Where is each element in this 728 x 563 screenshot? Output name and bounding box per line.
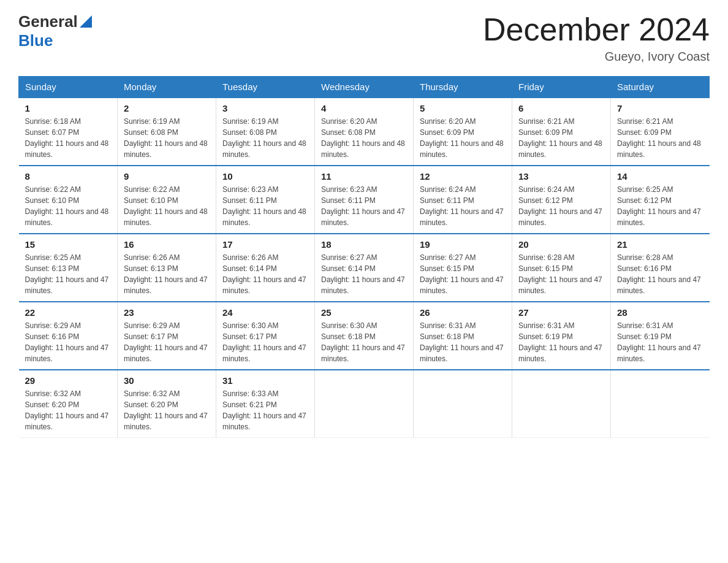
calendar-cell: 24 Sunrise: 6:30 AM Sunset: 6:17 PM Dayl… [216, 302, 315, 370]
calendar-cell [414, 370, 512, 438]
day-number: 5 [420, 103, 506, 113]
calendar-cell: 29 Sunrise: 6:32 AM Sunset: 6:20 PM Dayl… [19, 370, 118, 438]
calendar-cell: 3 Sunrise: 6:19 AM Sunset: 6:08 PM Dayli… [216, 98, 315, 166]
calendar-cell [611, 370, 710, 438]
day-info: Sunrise: 6:27 AM Sunset: 6:14 PM Dayligh… [321, 252, 407, 296]
day-info: Sunrise: 6:32 AM Sunset: 6:20 PM Dayligh… [124, 388, 210, 432]
calendar-week-row: 22 Sunrise: 6:29 AM Sunset: 6:16 PM Dayl… [19, 302, 710, 370]
day-info: Sunrise: 6:23 AM Sunset: 6:11 PM Dayligh… [222, 184, 308, 228]
location-text: Gueyo, Ivory Coast [483, 50, 710, 64]
day-number: 14 [617, 171, 703, 182]
day-info: Sunrise: 6:21 AM Sunset: 6:09 PM Dayligh… [617, 116, 703, 160]
day-info: Sunrise: 6:22 AM Sunset: 6:10 PM Dayligh… [124, 184, 210, 228]
logo-triangle-icon [80, 14, 92, 28]
calendar-cell: 13 Sunrise: 6:24 AM Sunset: 6:12 PM Dayl… [512, 166, 611, 234]
day-number: 28 [617, 307, 703, 318]
day-number: 10 [222, 171, 308, 182]
calendar-cell: 17 Sunrise: 6:26 AM Sunset: 6:14 PM Dayl… [216, 234, 315, 302]
day-number: 18 [321, 239, 407, 250]
calendar-cell: 30 Sunrise: 6:32 AM Sunset: 6:20 PM Dayl… [118, 370, 216, 438]
calendar-cell: 23 Sunrise: 6:29 AM Sunset: 6:17 PM Dayl… [118, 302, 216, 370]
calendar-cell: 8 Sunrise: 6:22 AM Sunset: 6:10 PM Dayli… [19, 166, 118, 234]
day-number: 11 [321, 171, 407, 182]
col-wednesday: Wednesday [315, 77, 414, 98]
col-saturday: Saturday [611, 77, 710, 98]
calendar-week-row: 29 Sunrise: 6:32 AM Sunset: 6:20 PM Dayl… [19, 370, 710, 438]
col-friday: Friday [512, 77, 611, 98]
calendar-header: Sunday Monday Tuesday Wednesday Thursday… [19, 77, 710, 98]
title-section: December 2024 Gueyo, Ivory Coast [483, 12, 710, 64]
day-info: Sunrise: 6:31 AM Sunset: 6:19 PM Dayligh… [518, 320, 604, 364]
logo-general-text: General [18, 12, 78, 31]
day-number: 30 [124, 375, 210, 386]
calendar-week-row: 1 Sunrise: 6:18 AM Sunset: 6:07 PM Dayli… [19, 98, 710, 166]
day-number: 26 [420, 307, 506, 318]
day-number: 21 [617, 239, 703, 250]
day-number: 16 [124, 239, 210, 250]
day-number: 31 [222, 375, 308, 386]
calendar-cell: 31 Sunrise: 6:33 AM Sunset: 6:21 PM Dayl… [216, 370, 315, 438]
day-info: Sunrise: 6:30 AM Sunset: 6:18 PM Dayligh… [321, 320, 407, 364]
calendar-cell: 12 Sunrise: 6:24 AM Sunset: 6:11 PM Dayl… [414, 166, 512, 234]
day-number: 29 [25, 375, 112, 386]
day-info: Sunrise: 6:21 AM Sunset: 6:09 PM Dayligh… [518, 116, 604, 160]
day-info: Sunrise: 6:33 AM Sunset: 6:21 PM Dayligh… [222, 388, 308, 432]
calendar-cell: 16 Sunrise: 6:26 AM Sunset: 6:13 PM Dayl… [118, 234, 216, 302]
day-info: Sunrise: 6:25 AM Sunset: 6:12 PM Dayligh… [617, 184, 703, 228]
calendar-cell: 27 Sunrise: 6:31 AM Sunset: 6:19 PM Dayl… [512, 302, 611, 370]
day-number: 20 [518, 239, 604, 250]
calendar-cell: 28 Sunrise: 6:31 AM Sunset: 6:19 PM Dayl… [611, 302, 710, 370]
day-info: Sunrise: 6:27 AM Sunset: 6:15 PM Dayligh… [420, 252, 506, 296]
day-info: Sunrise: 6:26 AM Sunset: 6:13 PM Dayligh… [124, 252, 210, 296]
day-number: 25 [321, 307, 407, 318]
day-number: 17 [222, 239, 308, 250]
calendar-cell: 18 Sunrise: 6:27 AM Sunset: 6:14 PM Dayl… [315, 234, 414, 302]
calendar-cell: 10 Sunrise: 6:23 AM Sunset: 6:11 PM Dayl… [216, 166, 315, 234]
calendar-cell: 19 Sunrise: 6:27 AM Sunset: 6:15 PM Dayl… [414, 234, 512, 302]
day-info: Sunrise: 6:22 AM Sunset: 6:10 PM Dayligh… [25, 184, 112, 228]
month-title: December 2024 [483, 12, 710, 47]
day-info: Sunrise: 6:20 AM Sunset: 6:09 PM Dayligh… [420, 116, 506, 160]
day-info: Sunrise: 6:19 AM Sunset: 6:08 PM Dayligh… [222, 116, 308, 160]
day-number: 6 [518, 103, 604, 113]
calendar-cell: 14 Sunrise: 6:25 AM Sunset: 6:12 PM Dayl… [611, 166, 710, 234]
day-info: Sunrise: 6:30 AM Sunset: 6:17 PM Dayligh… [222, 320, 308, 364]
day-info: Sunrise: 6:23 AM Sunset: 6:11 PM Dayligh… [321, 184, 407, 228]
day-number: 8 [25, 171, 112, 182]
day-number: 13 [518, 171, 604, 182]
calendar-cell: 4 Sunrise: 6:20 AM Sunset: 6:08 PM Dayli… [315, 98, 414, 166]
svg-marker-0 [80, 15, 92, 28]
calendar-cell: 26 Sunrise: 6:31 AM Sunset: 6:18 PM Dayl… [414, 302, 512, 370]
calendar-week-row: 15 Sunrise: 6:25 AM Sunset: 6:13 PM Dayl… [19, 234, 710, 302]
day-info: Sunrise: 6:19 AM Sunset: 6:08 PM Dayligh… [124, 116, 210, 160]
day-number: 22 [25, 307, 112, 318]
header-row: Sunday Monday Tuesday Wednesday Thursday… [19, 77, 710, 98]
day-number: 9 [124, 171, 210, 182]
calendar-cell: 15 Sunrise: 6:25 AM Sunset: 6:13 PM Dayl… [19, 234, 118, 302]
day-number: 3 [222, 103, 308, 113]
day-info: Sunrise: 6:25 AM Sunset: 6:13 PM Dayligh… [25, 252, 112, 296]
day-info: Sunrise: 6:24 AM Sunset: 6:11 PM Dayligh… [420, 184, 506, 228]
logo: General Blue [18, 12, 92, 50]
day-number: 7 [617, 103, 703, 113]
calendar-cell: 11 Sunrise: 6:23 AM Sunset: 6:11 PM Dayl… [315, 166, 414, 234]
page-header: General Blue December 2024 Gueyo, Ivory … [18, 12, 710, 64]
calendar-cell [512, 370, 611, 438]
col-monday: Monday [118, 77, 216, 98]
day-number: 15 [25, 239, 112, 250]
calendar-cell: 22 Sunrise: 6:29 AM Sunset: 6:16 PM Dayl… [19, 302, 118, 370]
calendar-cell: 7 Sunrise: 6:21 AM Sunset: 6:09 PM Dayli… [611, 98, 710, 166]
calendar-cell [315, 370, 414, 438]
calendar-cell: 21 Sunrise: 6:28 AM Sunset: 6:16 PM Dayl… [611, 234, 710, 302]
calendar-cell: 25 Sunrise: 6:30 AM Sunset: 6:18 PM Dayl… [315, 302, 414, 370]
calendar-cell: 5 Sunrise: 6:20 AM Sunset: 6:09 PM Dayli… [414, 98, 512, 166]
day-number: 2 [124, 103, 210, 113]
calendar-table: Sunday Monday Tuesday Wednesday Thursday… [18, 76, 710, 438]
day-number: 1 [25, 103, 112, 113]
calendar-week-row: 8 Sunrise: 6:22 AM Sunset: 6:10 PM Dayli… [19, 166, 710, 234]
calendar-cell: 20 Sunrise: 6:28 AM Sunset: 6:15 PM Dayl… [512, 234, 611, 302]
day-info: Sunrise: 6:26 AM Sunset: 6:14 PM Dayligh… [222, 252, 308, 296]
day-number: 23 [124, 307, 210, 318]
col-tuesday: Tuesday [216, 77, 315, 98]
calendar-cell: 6 Sunrise: 6:21 AM Sunset: 6:09 PM Dayli… [512, 98, 611, 166]
